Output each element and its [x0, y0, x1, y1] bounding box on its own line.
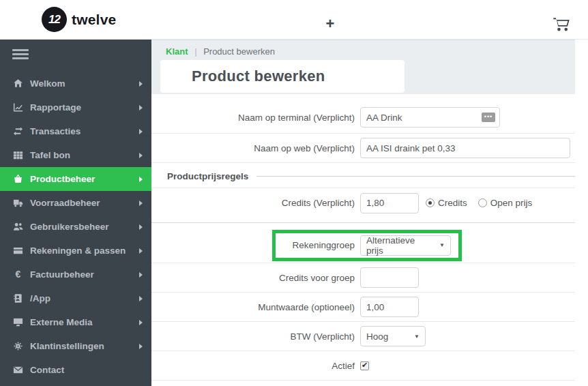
cart-button[interactable] — [553, 17, 570, 32]
credit-card-icon — [12, 246, 24, 256]
chevron-right-icon — [139, 344, 143, 349]
actief-checkbox[interactable] — [360, 361, 369, 370]
radio-credits[interactable]: Credits — [426, 198, 467, 208]
breadcrumb-separator: | — [194, 46, 196, 57]
field-label: Actief — [151, 361, 355, 371]
form-row-muntwaarde: Muntwaarde (optioneel) — [151, 293, 575, 322]
sidebar-item-rekeningen-passen[interactable]: Rekeningen & passen — [0, 239, 151, 263]
sidebar-item-contact[interactable]: Contact — [0, 358, 151, 382]
sidebar-item-tafel-bon[interactable]: Tafel bon — [0, 143, 151, 167]
radio-open-prijs[interactable]: Open prijs — [478, 198, 533, 208]
field-label: Credits voor groep — [151, 273, 355, 283]
gears-icon — [12, 341, 24, 351]
sidebar-item-welkom[interactable]: Welkom — [0, 72, 151, 95]
chevron-right-icon — [139, 129, 143, 134]
product-edit-form: Naam op terminal (Verplicht) ••• Naam op… — [151, 94, 575, 381]
breadcrumb: Klant | Product bewerken — [151, 40, 575, 57]
euro-icon: € — [12, 269, 24, 280]
form-row-btw: BTW (Verplicht) Hoog ▼ — [151, 322, 575, 351]
sidebar-item-transacties[interactable]: Transacties — [0, 119, 151, 143]
section-header: Productprijsregels — [151, 163, 575, 188]
chevron-right-icon — [139, 296, 143, 301]
field-label: Credits (Verplicht) — [151, 198, 355, 208]
envelope-icon — [12, 365, 24, 375]
field-label: Naam op terminal (Verplicht) — [151, 113, 355, 123]
shopping-basket-icon — [12, 174, 24, 184]
form-row-rekeninggroep: Rekeninggroep Alternatieve prijs ▼ — [151, 228, 575, 263]
topbar: 12 twelve + — [0, 0, 588, 40]
users-icon — [12, 222, 24, 232]
page-title: Product bewerken — [192, 68, 325, 85]
field-label: Muntwaarde (optioneel) — [151, 302, 355, 312]
btw-select[interactable]: Hoog ▼ — [360, 326, 426, 346]
table-grid-icon — [12, 150, 24, 160]
muntwaarde-input[interactable] — [360, 297, 419, 317]
sidebar-item-voorraadbeheer[interactable]: Voorraadbeheer — [0, 191, 151, 215]
app-logo[interactable]: 12 twelve — [42, 7, 116, 32]
breadcrumb-current: Product bewerken — [203, 46, 275, 57]
price-type-radio-group: Credits Open prijs — [426, 198, 532, 208]
chevron-right-icon — [139, 201, 143, 206]
sidebar-item-productbeheer[interactable]: Productbeheer — [0, 167, 151, 191]
chevron-right-icon — [139, 272, 143, 278]
chevron-right-icon — [139, 320, 143, 325]
content-header: Klant | Product bewerken Product bewerke… — [151, 40, 575, 94]
app-window: 12 twelve + Welkom Rapportage — [0, 0, 588, 386]
home-icon — [12, 78, 24, 89]
form-row-naam-terminal: Naam op terminal (Verplicht) ••• — [151, 94, 575, 134]
chevron-right-icon — [139, 105, 143, 110]
caret-down-icon: ▼ — [414, 333, 420, 340]
sidebar-item-klantinstellingen[interactable]: Klantinstellingen — [0, 334, 151, 358]
field-label: Naam op web (Verplicht) — [151, 143, 355, 153]
productprijsregels-section: Productprijsregels Credits (Verplicht) C… — [151, 163, 575, 223]
menu-icon[interactable] — [12, 49, 29, 59]
form-row-naam-web: Naam op web (Verplicht) — [151, 134, 575, 163]
exchange-arrows-icon — [12, 126, 24, 136]
breadcrumb-klant[interactable]: Klant — [166, 46, 188, 57]
form-row-credits: Credits (Verplicht) Credits Open prijs — [151, 188, 575, 218]
credits-groep-input[interactable] — [360, 267, 419, 288]
form-row-actief: Actief — [151, 351, 575, 381]
rekeninggroep-select[interactable]: Alternatieve prijs ▼ — [360, 235, 451, 256]
chevron-right-icon — [139, 177, 143, 182]
chevron-right-icon — [139, 224, 143, 230]
caret-down-icon: ▼ — [439, 242, 445, 248]
sidebar-item-factuurbeheer[interactable]: € Factuurbeheer — [0, 263, 151, 286]
naam-terminal-input[interactable] — [360, 107, 500, 128]
radio-button-icon[interactable] — [426, 198, 435, 207]
desktop-icon — [12, 317, 24, 327]
main-content: Klant | Product bewerken Product bewerke… — [151, 40, 588, 386]
selected-option: Hoog — [366, 331, 388, 342]
section-title: Productprijsregels — [167, 171, 248, 181]
sidebar-item-rapportage[interactable]: Rapportage — [0, 95, 151, 119]
shopping-cart-icon — [553, 23, 570, 34]
address-book-icon — [12, 293, 24, 303]
field-label: BTW (Verplicht) — [151, 331, 355, 342]
field-label: Rekeninggroep — [151, 240, 355, 250]
add-button[interactable]: + — [323, 17, 338, 32]
chevron-right-icon — [139, 153, 143, 158]
page-title-card: Product bewerken — [160, 60, 405, 93]
sidebar: Welkom Rapportage Transacties Tafel bon — [0, 40, 151, 386]
section-rule — [256, 176, 575, 177]
chart-line-icon — [12, 102, 24, 113]
sidebar-item-gebruikersbeheer[interactable]: Gebruikersbeheer — [0, 215, 151, 239]
radio-button-icon[interactable] — [478, 198, 487, 207]
selected-option: Alternatieve prijs — [366, 235, 432, 256]
truck-icon — [12, 198, 24, 208]
logo-badge-icon: 12 — [42, 7, 67, 32]
logo-text: twelve — [72, 12, 116, 28]
credits-input[interactable] — [360, 193, 419, 213]
chevron-right-icon — [139, 248, 143, 254]
sidebar-item-externe-media[interactable]: Externe Media — [0, 310, 151, 334]
chevron-right-icon — [139, 81, 143, 87]
form-row-credits-groep: Credits voor groep — [151, 263, 575, 293]
sidebar-item-app[interactable]: /App — [0, 286, 151, 310]
naam-web-input[interactable] — [360, 138, 570, 158]
input-helper-icon[interactable]: ••• — [482, 113, 495, 122]
